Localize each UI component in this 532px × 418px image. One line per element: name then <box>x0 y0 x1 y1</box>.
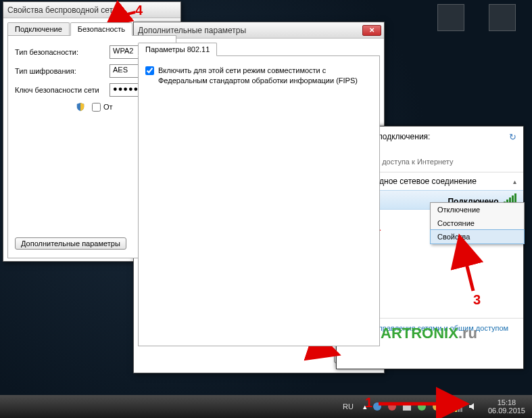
network-status: Без доступа к Интернету <box>368 158 454 166</box>
fips-label: Включить для этой сети режим совместимос… <box>158 66 372 86</box>
desktop-icons <box>433 4 520 34</box>
ctx-properties[interactable]: Свойства <box>430 229 525 244</box>
ctx-disconnect[interactable]: Отключение <box>431 203 524 216</box>
context-menu: Отключение Состояние Свойства <box>430 202 525 244</box>
tray-icon[interactable] <box>417 402 427 411</box>
label-security-key: Ключ безопасности сети <box>15 86 110 94</box>
ctx-state[interactable]: Состояние <box>431 216 524 230</box>
chevron-up-icon: ▴ <box>513 178 516 185</box>
language-indicator[interactable]: RU <box>337 402 359 411</box>
svg-point-5 <box>433 402 441 411</box>
tray-icon[interactable] <box>372 402 382 411</box>
label-security-type: Тип безопасности: <box>15 48 110 56</box>
window-title: Свойства беспроводной сети <box>6 5 178 15</box>
tab-security[interactable]: Безопасность <box>70 22 132 36</box>
desktop-icon[interactable] <box>433 4 468 34</box>
advanced-params-window: Дополнительные параметры ✕ Параметры 802… <box>133 22 385 373</box>
annotation-number: 3 <box>473 292 481 308</box>
svg-point-1 <box>373 402 381 411</box>
svg-rect-3 <box>403 402 411 411</box>
fips-checkbox[interactable] <box>145 66 154 75</box>
shield-icon <box>76 102 85 112</box>
desktop-icon[interactable] <box>485 4 520 34</box>
refresh-icon[interactable]: ↻ <box>509 132 516 142</box>
network-tray-icon[interactable] <box>450 402 462 412</box>
svg-point-4 <box>418 402 426 411</box>
tray-icon[interactable] <box>402 402 412 411</box>
tab-80211[interactable]: Параметры 802.11 <box>138 43 217 56</box>
tray-icon[interactable] <box>387 402 397 411</box>
advanced-params-button[interactable]: Дополнительные параметры <box>15 237 126 250</box>
network-name: wifi <box>368 148 454 158</box>
clock[interactable]: 15:18 06.09.2015 <box>481 398 532 415</box>
tray-icons: ▴ <box>359 402 481 412</box>
taskbar: RU ▴ 15:18 06.09.2015 <box>0 395 532 418</box>
titlebar[interactable]: Свойства беспроводной сети <box>3 2 180 18</box>
show-chars-label: От <box>103 103 113 111</box>
volume-tray-icon[interactable] <box>468 402 477 411</box>
tray-icon[interactable] <box>432 402 441 411</box>
label-encryption: Тип шифрования: <box>15 67 110 75</box>
tab-connection[interactable]: Подключение <box>7 22 70 36</box>
annotation-number: 4 <box>135 3 143 18</box>
show-chars-checkbox[interactable] <box>92 103 101 112</box>
svg-point-2 <box>388 402 396 411</box>
annotation-number: 1 <box>365 395 372 411</box>
window-title: Дополнительные параметры <box>137 26 362 35</box>
close-button[interactable]: ✕ <box>362 25 381 36</box>
